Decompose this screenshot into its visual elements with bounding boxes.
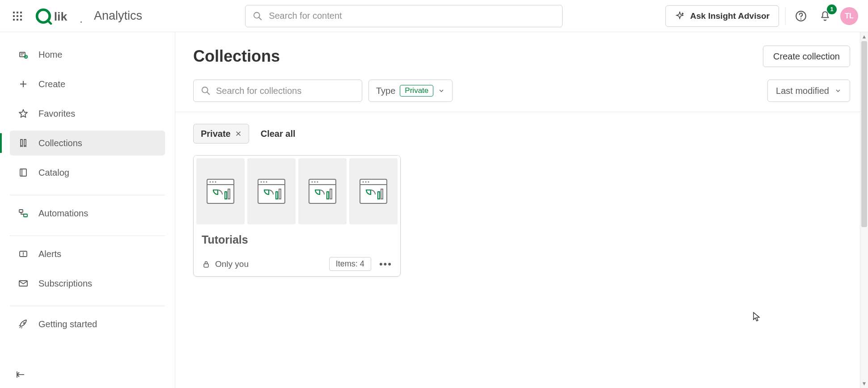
sparkle-icon (675, 11, 685, 21)
help-button[interactable] (792, 7, 810, 25)
sidebar-label: Getting started (38, 319, 97, 329)
sidebar-item-catalog[interactable]: Catalog (10, 160, 165, 185)
catalog-icon (18, 167, 29, 178)
sidebar-label: Home (38, 50, 62, 60)
star-icon (18, 108, 29, 119)
sidebar-item-automations[interactable]: Automations (10, 201, 165, 226)
svg-point-45 (261, 181, 262, 183)
chevron-down-icon (438, 87, 445, 94)
collections-search[interactable] (193, 80, 362, 102)
notifications-badge: 1 (827, 4, 837, 14)
type-filter-label: Type (376, 86, 395, 96)
filter-chip-label: Private (201, 129, 231, 139)
scrollbar[interactable]: ▲ ▼ (860, 32, 868, 388)
rocket-icon (18, 319, 29, 329)
sidebar-item-getting-started[interactable]: Getting started (10, 312, 165, 337)
app-title: Analytics (94, 9, 142, 23)
page-title: Collections (193, 47, 280, 66)
sidebar-item-home[interactable]: Home (10, 42, 165, 67)
home-icon (18, 49, 29, 60)
svg-rect-4 (17, 15, 18, 17)
svg-text:lik: lik (54, 10, 68, 23)
global-search[interactable] (245, 5, 563, 27)
close-icon[interactable] (235, 131, 241, 137)
svg-rect-2 (20, 12, 22, 13)
app-launcher-icon[interactable] (10, 8, 25, 24)
scroll-down-icon[interactable]: ▼ (862, 379, 867, 388)
create-collection-button[interactable]: Create collection (763, 46, 850, 67)
svg-point-38 (210, 181, 211, 183)
divider (785, 8, 786, 25)
ask-button-label: Ask Insight Advisor (690, 11, 770, 21)
ask-insight-advisor-button[interactable]: Ask Insight Advisor (665, 5, 779, 27)
card-thumbnails (194, 156, 400, 227)
svg-rect-7 (17, 19, 18, 21)
scroll-up-icon[interactable]: ▲ (862, 32, 867, 41)
thumbnail (196, 158, 245, 224)
sidebar-label: Collections (38, 138, 82, 148)
scrollbar-thumb[interactable] (861, 41, 867, 227)
svg-rect-5 (20, 15, 22, 17)
alerts-icon (18, 249, 29, 259)
svg-rect-0 (13, 12, 15, 13)
thumbnail (298, 158, 347, 224)
help-icon (795, 10, 807, 22)
collapse-sidebar-button[interactable] (0, 363, 175, 388)
type-filter-value: Private (400, 85, 433, 97)
svg-point-61 (368, 181, 369, 183)
avatar[interactable]: TL (840, 7, 858, 25)
svg-rect-6 (13, 19, 15, 21)
sidebar-item-favorites[interactable]: Favorites (10, 101, 165, 126)
svg-rect-23 (19, 210, 23, 212)
mail-icon (18, 278, 29, 289)
svg-point-54 (317, 181, 318, 183)
sidebar-item-create[interactable]: Create (10, 72, 165, 97)
svg-point-47 (266, 181, 267, 183)
global-search-input[interactable] (269, 11, 555, 21)
svg-point-27 (23, 255, 24, 256)
sort-label: Last modified (776, 86, 829, 96)
divider (10, 306, 165, 306)
svg-rect-3 (13, 15, 15, 17)
lock-icon (202, 260, 211, 269)
svg-point-60 (365, 181, 367, 183)
sidebar-label: Alerts (38, 249, 61, 259)
svg-point-40 (215, 181, 216, 183)
sidebar-label: Favorites (38, 109, 75, 119)
svg-rect-64 (204, 264, 208, 267)
svg-point-29 (24, 323, 25, 324)
collapse-icon (15, 369, 26, 380)
svg-point-46 (263, 181, 265, 183)
svg-line-10 (47, 20, 51, 24)
collection-card-tutorials[interactable]: Tutorials Only you Items: 4 ••• (193, 155, 401, 277)
svg-point-52 (312, 181, 313, 183)
svg-point-59 (363, 181, 364, 183)
svg-rect-1 (17, 12, 18, 13)
sort-dropdown[interactable]: Last modified (767, 80, 850, 102)
sidebar-label: Subscriptions (38, 278, 92, 289)
filter-chip-private[interactable]: Private (193, 124, 249, 143)
sidebar-item-subscriptions[interactable]: Subscriptions (10, 271, 165, 296)
thumbnail (247, 158, 296, 224)
svg-rect-21 (20, 169, 26, 176)
svg-rect-8 (20, 19, 22, 21)
search-icon (201, 86, 211, 96)
card-items-count: Items: 4 (329, 257, 371, 271)
divider (10, 195, 165, 195)
card-visibility: Only you (215, 259, 249, 269)
notifications-button[interactable]: 1 (816, 7, 834, 25)
type-filter-dropdown[interactable]: Type Private (368, 80, 453, 102)
qlik-logo[interactable]: lik (35, 8, 84, 25)
card-more-button[interactable]: ••• (379, 258, 392, 270)
automations-icon (18, 208, 29, 219)
sidebar-item-collections[interactable]: Collections (10, 131, 165, 156)
svg-point-39 (212, 181, 214, 183)
collections-icon (18, 138, 29, 148)
chevron-down-icon (834, 87, 842, 94)
collections-search-input[interactable] (216, 86, 355, 96)
svg-point-16 (800, 18, 802, 20)
clear-all-button[interactable]: Clear all (261, 129, 296, 139)
sidebar-label: Create (38, 79, 65, 89)
sidebar-item-alerts[interactable]: Alerts (10, 241, 165, 266)
sidebar-label: Automations (38, 208, 88, 219)
